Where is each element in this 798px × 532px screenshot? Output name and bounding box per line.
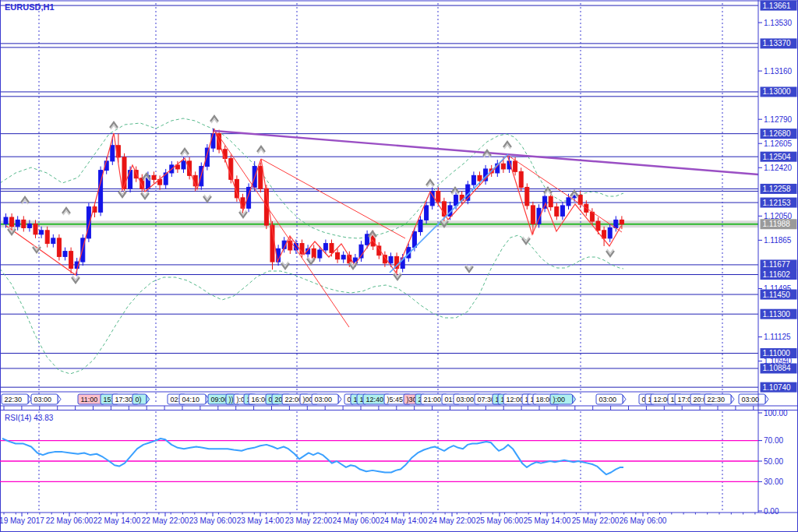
flag-label: )5:45 bbox=[387, 396, 404, 403]
candle bbox=[10, 217, 14, 227]
time-label: 25 May 22:00 bbox=[572, 516, 620, 525]
flag-label: 15: bbox=[104, 396, 114, 403]
chart-canvas[interactable]: 22:3003:0011:0015:17:300)02:04:1009:00))… bbox=[0, 0, 798, 532]
price-level-label: 1.10884 bbox=[763, 364, 792, 372]
candle bbox=[16, 220, 19, 226]
price-level-label: 1.11677 bbox=[763, 260, 791, 269]
price-level-lines bbox=[0, 5, 758, 387]
price-tick-label: 1.12605 bbox=[764, 139, 793, 148]
candle bbox=[211, 134, 215, 148]
candle bbox=[34, 224, 37, 234]
time-flag[interactable]: 04:10 bbox=[179, 394, 209, 404]
candle bbox=[608, 227, 612, 238]
time-label: 23 May 14:00 bbox=[237, 516, 284, 525]
flag-label: 12:00 bbox=[507, 396, 524, 403]
candle bbox=[501, 164, 505, 169]
price-level-label: 1.11300 bbox=[763, 310, 791, 319]
price-tick-label: 1.11865 bbox=[764, 236, 792, 245]
candle bbox=[454, 196, 458, 206]
time-label: 25 May 06:00 bbox=[476, 516, 524, 525]
candle bbox=[182, 161, 185, 169]
candle bbox=[436, 191, 440, 201]
price-level-label: 1.12680 bbox=[763, 129, 792, 138]
time-axis: 19 May 201722 May 06:0022 May 14:0022 Ma… bbox=[0, 513, 755, 525]
flag-tail-icon bbox=[623, 395, 626, 403]
candle bbox=[45, 231, 49, 244]
cyan-trendline bbox=[390, 154, 508, 273]
time-flag[interactable]: ):00 bbox=[550, 394, 576, 404]
candle bbox=[152, 175, 156, 179]
flag-label: 01: bbox=[445, 396, 455, 403]
candle bbox=[602, 231, 606, 238]
flag-tail-icon bbox=[338, 395, 341, 403]
price-tick-label: 1.12790 bbox=[764, 115, 793, 124]
time-label: 19 May 2017 bbox=[0, 516, 44, 525]
price-level-label: 1.13370 bbox=[763, 39, 792, 48]
price-level-label: 1.11450 bbox=[763, 291, 791, 299]
flag-tail-icon bbox=[573, 395, 576, 403]
pattern-line bbox=[214, 129, 349, 327]
rsi-line bbox=[2, 439, 623, 474]
price-level-label: 1.13661 bbox=[763, 2, 792, 10]
rsi-tick-label: 70.00 bbox=[764, 436, 783, 445]
flag-tail-icon bbox=[765, 395, 768, 403]
candle bbox=[514, 161, 517, 171]
flag-tail-icon bbox=[58, 395, 61, 403]
time-flag[interactable]: 0) bbox=[132, 394, 150, 404]
current-price-label: 1.11988 bbox=[763, 220, 791, 228]
candle bbox=[549, 196, 553, 206]
candle bbox=[223, 150, 227, 159]
flag-label: 22:30 bbox=[708, 396, 726, 403]
candle bbox=[63, 252, 67, 257]
candle bbox=[519, 171, 523, 187]
time-label: 24 May 22:00 bbox=[429, 516, 476, 525]
chart-title: EURUSD,H1 bbox=[5, 2, 55, 12]
flag-label: 11:00 bbox=[81, 396, 98, 403]
flag-tail-icon bbox=[147, 395, 150, 403]
time-flag[interactable]: 03:00 bbox=[312, 394, 341, 404]
time-label: 24 May 14:00 bbox=[380, 516, 428, 525]
time-flag[interactable]: 22:30 bbox=[704, 394, 734, 404]
flag-tail-icon bbox=[28, 395, 31, 403]
flag-label: 02: bbox=[171, 396, 181, 403]
candle bbox=[418, 220, 422, 231]
price-level-label: 1.11000 bbox=[763, 349, 791, 358]
candle bbox=[57, 238, 61, 256]
time-flags[interactable]: 22:3003:0011:0015:17:300)02:04:1009:00))… bbox=[2, 394, 768, 404]
pattern-line bbox=[507, 155, 622, 232]
candle bbox=[22, 220, 26, 227]
candle bbox=[4, 217, 8, 224]
candle bbox=[560, 206, 564, 216]
time-label: 23 May 06:00 bbox=[189, 516, 237, 525]
candle bbox=[412, 231, 416, 247]
flag-label: )) bbox=[229, 396, 234, 403]
time-flag[interactable]: 22:30 bbox=[2, 394, 31, 404]
price-level-label: 1.11602 bbox=[763, 270, 791, 279]
time-label: 26 May 06:00 bbox=[620, 516, 667, 525]
price-level-label: 1.13000 bbox=[763, 87, 792, 96]
time-label: 22 May 06:00 bbox=[46, 516, 94, 525]
candle bbox=[425, 206, 429, 220]
time-flag[interactable]: 03:00 bbox=[596, 394, 626, 404]
time-label: 25 May 14:00 bbox=[524, 516, 571, 525]
time-flag[interactable]: 03:00 bbox=[31, 394, 61, 404]
period-separators bbox=[39, 3, 722, 511]
candle bbox=[259, 167, 263, 189]
candle bbox=[122, 157, 126, 188]
price-tick-label: 1.13530 bbox=[764, 19, 793, 27]
rsi-tick-label: 50.00 bbox=[764, 457, 783, 466]
time-flag[interactable]: 03:00 bbox=[739, 394, 768, 404]
flag-label: 03:00 bbox=[457, 396, 475, 403]
rsi-tick-label: 100.00 bbox=[764, 409, 788, 417]
candle bbox=[471, 175, 475, 185]
candle bbox=[111, 146, 115, 161]
candle bbox=[341, 255, 345, 259]
flag-label: 03:00 bbox=[34, 396, 52, 403]
candle bbox=[336, 252, 340, 259]
candle bbox=[318, 250, 322, 258]
rsi-tick-label: 0.00 bbox=[764, 507, 779, 516]
flag-label: 03:00 bbox=[599, 396, 617, 403]
candle bbox=[567, 198, 570, 206]
flag-label: 21:00 bbox=[424, 396, 442, 403]
price-level-label: 1.10740 bbox=[763, 383, 792, 392]
